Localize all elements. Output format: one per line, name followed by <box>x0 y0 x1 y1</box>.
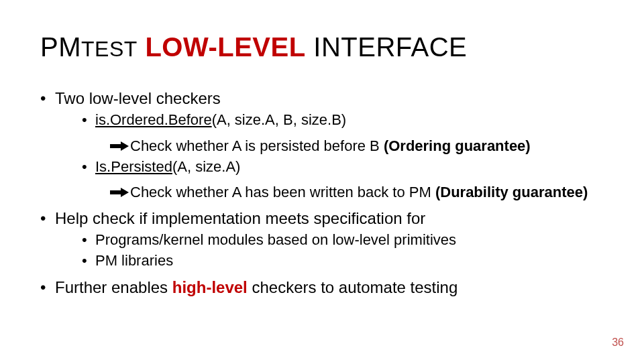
arrow-2-pre: Check whether A has been written back to… <box>130 184 435 200</box>
arrow-2-text: Check whether A has been written back to… <box>130 183 588 202</box>
svg-rect-0 <box>110 144 121 148</box>
sub-programs: Programs/kernel modules based on low-lev… <box>82 231 604 250</box>
bullet-1-sub: is.Ordered.Before(A, size.A, B, size.B) <box>82 111 604 130</box>
page-number: 36 <box>612 337 624 349</box>
bullet-list: Two low-level checkers is.Ordered.Before… <box>40 88 604 299</box>
svg-rect-2 <box>110 190 121 194</box>
bullet-3-post: checkers to automate testing <box>248 278 458 296</box>
svg-marker-3 <box>121 188 129 197</box>
sub-pmlibraries: PM libraries <box>82 251 604 271</box>
bullet-3-pre: Further enables <box>55 278 172 296</box>
arrow-icon <box>110 188 130 197</box>
bullet-2-text: Help check if implementation meets speci… <box>55 209 425 227</box>
bullet-2-sub: Programs/kernel modules based on low-lev… <box>82 231 604 270</box>
title-lowlevel: LOW-LEVEL <box>145 32 305 62</box>
arrow-icon <box>110 141 130 151</box>
bullet-1-text: Two low-level checkers <box>55 89 221 107</box>
bullet-3-red: high-level <box>172 278 248 296</box>
svg-marker-1 <box>121 141 129 151</box>
fn-isorderedbefore: is.Ordered.Before <box>95 111 212 128</box>
arrow-1-pre: Check whether A is persisted before B <box>130 137 384 154</box>
sub-isorderedbefore: is.Ordered.Before(A, size.A, B, size.B) <box>82 111 604 130</box>
fn-isorderedbefore-args: (A, size.A, B, size.B) <box>212 111 347 128</box>
bullet-3: Further enables high-level checkers to a… <box>40 277 604 298</box>
arrow-2-bold: (Durability guarantee) <box>435 184 588 200</box>
arrow-1-bold: (Ordering guarantee) <box>384 137 531 154</box>
bullet-1: Two low-level checkers is.Ordered.Before… <box>40 88 604 202</box>
slide-body: PMTEST LOW-LEVEL INTERFACE Two low-level… <box>0 0 644 315</box>
arrow-1-text: Check whether A is persisted before B (O… <box>130 137 531 156</box>
slide-title: PMTEST LOW-LEVEL INTERFACE <box>40 32 604 62</box>
fn-ispersisted: Is.Persisted <box>95 158 172 175</box>
arrow-line-2: Check whether A has been written back to… <box>110 183 604 202</box>
title-est: TEST <box>81 37 138 61</box>
bullet-1-sub2: Is.Persisted(A, size.A) <box>82 158 604 177</box>
arrow-line-1: Check whether A is persisted before B (O… <box>110 137 604 156</box>
title-interface: INTERFACE <box>313 32 467 62</box>
sub-ispersisted: Is.Persisted(A, size.A) <box>82 158 604 177</box>
fn-ispersisted-args: (A, size.A) <box>172 158 240 175</box>
title-pm: PM <box>40 32 81 62</box>
bullet-2: Help check if implementation meets speci… <box>40 208 604 271</box>
